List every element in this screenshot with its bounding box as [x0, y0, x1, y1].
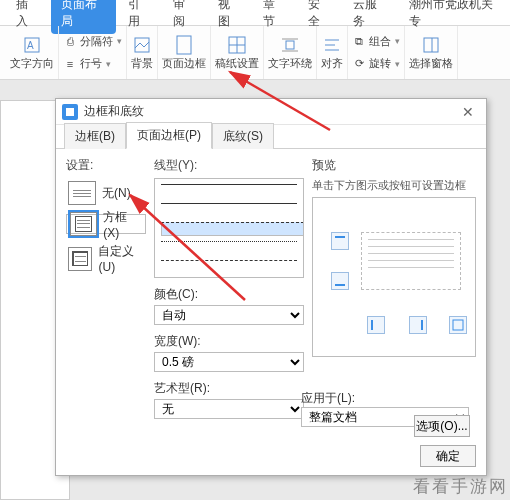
art-select[interactable]: 无 — [154, 399, 304, 419]
tab-border[interactable]: 边框(B) — [64, 123, 126, 149]
preview-box — [312, 197, 476, 357]
dialog-title: 边框和底纹 — [84, 103, 144, 120]
text-direction-label: 文字方向 — [10, 56, 54, 71]
border-all-button[interactable] — [449, 316, 467, 334]
close-icon[interactable]: ✕ — [456, 102, 480, 122]
svg-rect-3 — [177, 36, 191, 54]
line-number-icon: ≡ — [63, 57, 77, 71]
border-top-button[interactable] — [331, 232, 349, 250]
selection-pane-button[interactable]: 选择窗格 — [405, 26, 458, 79]
options-button[interactable]: 选项(O)... — [414, 415, 470, 437]
preset-box[interactable]: 方框(X) — [66, 214, 146, 234]
arrange-group: ⧉ 组合▾ ⟳ 旋转▾ — [348, 26, 405, 79]
ribbon-body: A 文字方向 ⎙ 分隔符▾ ≡ 行号▾ 背景 页面边框 稿纸设置 — [0, 26, 510, 80]
border-left-button[interactable] — [367, 316, 385, 334]
color-label: 颜色(C): — [154, 286, 304, 303]
svg-rect-13 — [424, 38, 438, 52]
style-column: 线型(Y): 颜色(C): 自动 宽度(W): 0.5 磅 — [154, 157, 304, 431]
preview-page[interactable] — [361, 232, 461, 290]
dialog-icon — [62, 104, 78, 120]
ribbon-tabs: 插入 页面布局 引用 审阅 视图 章节 安全 云服务 潮州市党政机关专 — [0, 0, 510, 26]
svg-text:A: A — [27, 40, 34, 51]
background-icon — [132, 35, 152, 55]
separator-button[interactable]: ⎙ 分隔符▾ — [63, 34, 122, 49]
dialog-titlebar: 边框和底纹 ✕ — [56, 99, 486, 125]
preset-none-icon — [68, 181, 96, 205]
linestyle-label: 线型(Y): — [154, 157, 304, 174]
background-button[interactable]: 背景 — [127, 26, 158, 79]
tab-shading[interactable]: 底纹(S) — [212, 123, 274, 149]
text-direction-group[interactable]: A 文字方向 — [6, 26, 59, 79]
tab-page-border[interactable]: 页面边框(P) — [126, 122, 212, 149]
preset-custom[interactable]: 自定义(U) — [66, 240, 146, 277]
ok-button[interactable]: 确定 — [420, 445, 476, 467]
border-right-button[interactable] — [409, 316, 427, 334]
settings-column: 设置: 无(N) 方框(X) 自定义(U) — [66, 157, 146, 431]
line-number-button[interactable]: ≡ 行号▾ — [63, 56, 111, 71]
width-label: 宽度(W): — [154, 333, 304, 350]
breaks-group: ⎙ 分隔符▾ ≡ 行号▾ — [59, 26, 127, 79]
page-border-button[interactable]: 页面边框 — [158, 26, 211, 79]
apply-to-label: 应用于(L): — [301, 391, 355, 405]
settings-label: 设置: — [66, 157, 146, 174]
preset-box-icon — [70, 212, 97, 236]
art-label: 艺术型(R): — [154, 380, 304, 397]
rotate-icon: ⟳ — [352, 57, 366, 71]
svg-rect-15 — [66, 108, 74, 116]
page-border-icon — [174, 35, 194, 55]
preset-custom-icon — [68, 247, 92, 271]
borders-shading-dialog: 边框和底纹 ✕ 边框(B) 页面边框(P) 底纹(S) 设置: 无(N) 方框(… — [55, 98, 487, 476]
selection-pane-icon — [421, 35, 441, 55]
rotate-button[interactable]: ⟳ 旋转▾ — [352, 56, 400, 71]
group-button[interactable]: ⧉ 组合▾ — [352, 34, 400, 49]
group-icon: ⧉ — [352, 34, 366, 48]
paper-grid-icon — [227, 35, 247, 55]
dialog-tabs: 边框(B) 页面边框(P) 底纹(S) — [56, 125, 486, 149]
separator-icon: ⎙ — [63, 34, 77, 48]
dialog-footer: 确定 — [66, 445, 476, 467]
width-select[interactable]: 0.5 磅 — [154, 352, 304, 372]
preset-none[interactable]: 无(N) — [66, 178, 146, 208]
text-direction-icon: A — [22, 35, 42, 55]
preview-hint: 单击下方图示或按钮可设置边框 — [312, 178, 476, 193]
text-wrap-button[interactable]: 文字环绕 — [264, 26, 317, 79]
text-wrap-icon — [280, 35, 300, 55]
svg-rect-7 — [286, 41, 294, 49]
align-button[interactable]: 对齐 — [317, 26, 348, 79]
svg-rect-20 — [453, 320, 463, 330]
color-select[interactable]: 自动 — [154, 305, 304, 325]
align-icon — [322, 35, 342, 55]
border-bottom-button[interactable] — [331, 272, 349, 290]
preview-label: 预览 — [312, 157, 476, 174]
linestyle-list[interactable] — [154, 178, 304, 278]
paper-setting-button[interactable]: 稿纸设置 — [211, 26, 264, 79]
